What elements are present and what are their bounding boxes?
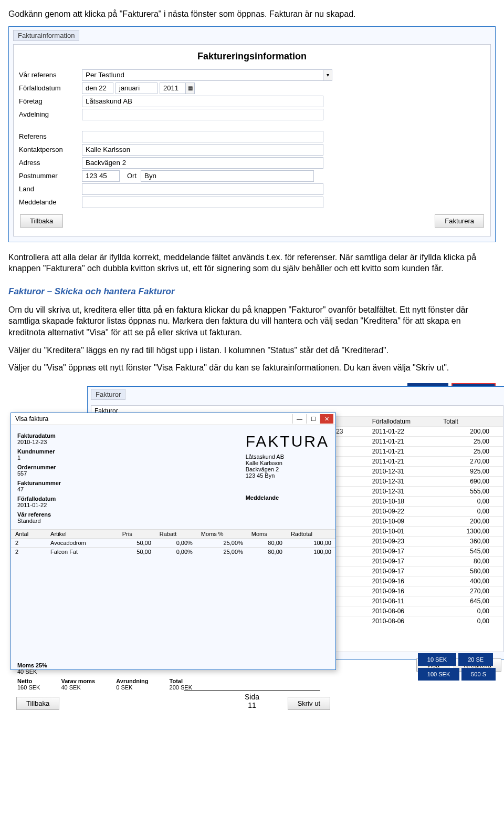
ort-input[interactable] [141,170,314,182]
lbl-total: Total [170,678,192,684]
skriv-ut-button[interactable]: Skriv ut [288,697,330,710]
faktura-heading: FAKTURA [246,432,329,450]
fakturera-button[interactable]: Fakturera [435,214,484,228]
vcol-rabatt: Rabatt [155,529,197,538]
avdelning-input[interactable] [82,109,323,120]
label-referens: Referens [19,132,82,140]
referens-input[interactable] [82,131,323,142]
visa-body: Fakturadatum 2010-12-23 Kundnummer 1 Ord… [11,425,335,524]
addr-line-4: 123 45 Byn [246,472,329,479]
fakturainformation-window: Fakturainformation Faktureringsinformati… [8,26,496,242]
lbl-kundnummer: Kundnummer [17,448,61,455]
visa-line-table: Antal Artikel Pris Rabatt Moms % Moms Ra… [11,529,335,556]
label-avdelning: Avdelning [19,110,82,118]
forfallo-day[interactable]: den 22 [82,83,113,94]
lbl-fakturanummer: Fakturanummer [17,480,61,486]
fakturor-window-title: Fakturor [91,389,125,400]
lbl-meddelande: Meddelande [246,494,329,501]
lbl-var-referens: Vår referens [17,511,61,518]
bcell-3[interactable]: 100 SEK [418,668,459,681]
adress-input[interactable] [82,157,323,169]
calendar-icon[interactable]: ▦ [185,83,195,94]
lbl-avrundning: Avrundning [116,678,148,684]
minimize-icon[interactable]: — [292,414,306,424]
lbl-fakturadatum: Fakturadatum [17,432,61,439]
label-land: Land [19,185,82,193]
vcol-artikel: Artikel [46,529,118,538]
lbl-varavmoms: Varav moms [61,678,95,684]
forfallo-year[interactable]: 2011 [160,83,186,94]
maximize-icon[interactable]: ☐ [306,414,320,424]
col-totalt[interactable]: Totalt [440,416,503,426]
chevron-down-icon[interactable]: ▾ [323,69,332,81]
label-ort: Ort [127,172,136,180]
val-ordernummer: 557 [17,470,61,477]
check-paragraph: Kontrollera att alla delar är ifyllda ko… [8,252,496,274]
val-fakturadatum: 2010-12-23 [17,439,61,445]
addr-line-3: Backvägen 2 [246,466,329,472]
bcell-1[interactable]: 10 SEK [418,653,456,666]
label-postnummer: Postnummer [19,172,82,180]
visa-faktura-window: Visa faktura — ☐ ✕ Fakturadatum 2010-12-… [10,413,336,670]
moms-block: Moms 25% 40 SEK [11,661,335,676]
val-netto: 160 SEK [17,684,40,691]
intro-paragraph: Godkänn genom att klicka på "Fakturera" … [8,8,496,20]
val-moms25: 40 SEK [17,668,329,675]
label-meddelande: Meddelande [19,198,82,206]
lower-screenshot-area: RT-UTTAG FAKTUROR Fakturor Fakturor Fakt… [8,381,496,681]
label-forfallodatum: Förfallodatum [19,84,82,92]
totals-row: Netto160 SEK Varav moms40 SEK Avrundning… [11,676,335,693]
visa-table-spacer [11,556,335,661]
val-forfallodatum: 2011-01-22 [17,502,61,508]
vcol-radtotal: Radtotal [287,529,335,538]
label-var-referens: Vår referens [19,71,82,79]
vcol-momsp: Moms % [197,529,247,538]
vcol-pris: Pris [118,529,155,538]
label-kontaktperson: Kontaktperson [19,146,82,153]
group-title: Faktureringsinformation [19,51,485,62]
vcol-moms: Moms [247,529,287,538]
meddelande-input[interactable] [82,197,323,208]
lbl-forfallodatum: Förfallodatum [17,496,61,502]
visa-meta-right: FAKTURA Låtsaskund AB Kalle Karlsson Bac… [246,429,329,524]
visa-tillbaka-button[interactable]: Tillbaka [16,697,59,710]
section-heading: Fakturor – Skicka och hantera Fakturor [8,286,496,298]
forfallo-month[interactable]: januari [116,83,158,94]
foretag-input[interactable] [82,96,323,107]
var-referens-input[interactable] [82,69,323,81]
addr-line-2: Kalle Karlsson [246,460,329,466]
tillbaka-button[interactable]: Tillbaka [20,214,63,228]
land-input[interactable] [82,183,323,195]
body-paragraph-4: Väljer du "Visa" öppnas ett nytt fönster… [8,362,496,374]
val-var-referens: Standard [17,518,61,524]
table-row: 2Avocadodröm50,000,00%25,00%80,00100,00 [11,538,335,547]
visa-meta-left: Fakturadatum 2010-12-23 Kundnummer 1 Ord… [17,429,61,524]
val-varavmoms: 40 SEK [61,684,95,691]
val-total: 200 SEK [170,684,192,691]
val-fakturanummer: 47 [17,486,61,492]
val-kundnummer: 1 [17,455,61,461]
label-adress: Adress [19,159,82,167]
panel-title: Fakturainformation [13,30,79,41]
lbl-moms25: Moms 25% [17,662,329,668]
body-paragraph-3: Väljer du "Kreditera" läggs en ny rad ti… [8,345,496,356]
bcell-2[interactable]: 20 SE [458,653,493,666]
visa-titlebar: Visa faktura — ☐ ✕ [11,413,335,425]
table-row: 2Falcon Fat50,000,00%25,00%80,00100,00 [11,547,335,556]
postnummer-input[interactable] [82,170,120,182]
label-foretag: Företag [19,97,82,105]
val-avrundning: 0 SEK [116,684,148,691]
bcell-4[interactable]: 500 S [461,668,496,681]
panel-inner: Faktureringsinformation Vår referens ▾ F… [13,44,491,236]
col-forfallodatum[interactable]: Förfallodatum [369,416,440,426]
lbl-ordernummer: Ordernummer [17,464,61,470]
body-paragraph-2: Om du vill skriva ut, kreditera eller ti… [8,304,496,338]
addr-line-1: Låtsaskund AB [246,454,329,460]
lbl-netto: Netto [17,678,40,684]
kontaktperson-input[interactable] [82,144,323,156]
vcol-antal: Antal [11,529,46,538]
blue-strip: 10 SEK 20 SE 100 SEK 500 S [418,653,496,681]
close-icon[interactable]: ✕ [320,414,333,424]
visa-title-text: Visa faktura [15,415,48,423]
